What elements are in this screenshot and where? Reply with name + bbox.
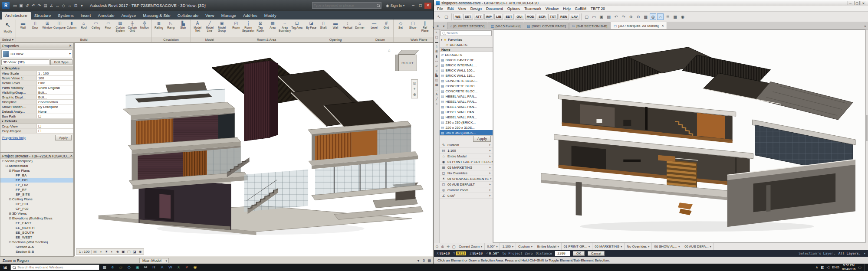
tree-item[interactable]: FP_F02 — [0, 183, 73, 187]
curtain-system-tool[interactable]: ▦ Curtain System — [114, 20, 126, 33]
viewcube[interactable]: ⌂ RIGHT — [394, 50, 420, 74]
toolbar-chip-button[interactable]: LIB — [494, 14, 503, 20]
column-tool-icon[interactable]: ▮ — [436, 54, 437, 59]
properties-header[interactable]: Properties ✕ — [0, 43, 73, 49]
favorite-item[interactable]: ▤ HEBEL WALL PAN... — [440, 109, 493, 114]
property-value[interactable]: By Discipline — [37, 104, 73, 109]
panel-label[interactable]: Opening — [304, 37, 367, 42]
photos-icon[interactable]: ▣ — [133, 264, 141, 271]
railing-tool[interactable]: ≣ Railing — [153, 20, 165, 29]
revit-icon[interactable]: R — [150, 264, 158, 271]
ribbon-tab[interactable]: Massing & Site — [139, 12, 174, 20]
viewcube-front-face[interactable]: RIGHT — [398, 55, 417, 71]
quick-option-row[interactable]: ◎ Current Zoom ▸ — [440, 187, 493, 193]
view-setting-dropdown[interactable]: 1:100▾ — [500, 243, 516, 250]
show-crop-icon[interactable]: ▢ — [126, 250, 132, 254]
tree-expand-icon[interactable]: ⊟ — [5, 164, 9, 168]
toolbar-chip-button[interactable]: WE — [454, 14, 462, 20]
toolbar-chip-button[interactable]: REN — [559, 14, 569, 20]
panel-label[interactable]: Model — [191, 37, 229, 42]
model-text-tool[interactable]: A Model Text — [191, 20, 204, 33]
tree-expand-icon[interactable]: ⊞ — [8, 212, 12, 215]
quick-option-row[interactable]: ◻ No Overrides ▸ — [440, 170, 493, 176]
level-tool[interactable]: ― Level — [368, 20, 380, 29]
ribbon-tab[interactable]: Manage — [218, 12, 240, 20]
dimension-tool-icon[interactable]: ↔ — [435, 88, 438, 92]
arrow-tool-icon[interactable]: ↖ — [436, 13, 442, 20]
favorite-item[interactable]: ▤ HEBEL WALL PAN... — [440, 104, 493, 109]
zoom-in-icon[interactable]: ⊕ — [628, 13, 634, 20]
temporary-hide-isolate-icon[interactable]: ◪ — [132, 250, 137, 254]
new-project-icon[interactable]: ▢ — [583, 13, 590, 20]
toolbar-chip-button[interactable]: MOD — [525, 14, 536, 20]
maximize-button[interactable]: ▢ — [417, 3, 424, 9]
help-search[interactable] — [312, 2, 381, 9]
explore-model-icon[interactable]: ⌂ — [657, 13, 664, 20]
redo-icon[interactable]: ↷ — [620, 13, 627, 20]
property-value[interactable]: Fine — [37, 81, 73, 85]
quick-option-row[interactable]: ⌂ Entire Model ▸ — [440, 153, 493, 159]
menu-item[interactable]: Help — [561, 7, 572, 11]
powerpoint-icon[interactable]: P — [183, 264, 191, 271]
reveal-hidden-elements-icon[interactable]: ◉ — [137, 250, 143, 254]
favorite-item[interactable]: ▤ 230 x 230 (BRICK... — [440, 120, 493, 125]
close-icon[interactable]: ✕ — [70, 154, 73, 158]
pan-icon[interactable]: ✛ — [445, 245, 451, 249]
quick-option-row[interactable]: ◻ 00 AUS DEFAULT ▸ — [440, 182, 493, 187]
roof-tool-icon[interactable]: ⌂ — [436, 69, 437, 73]
tree-item[interactable]: Section B-B — [0, 249, 73, 254]
save-icon[interactable]: ▣ — [18, 3, 24, 8]
document-tab[interactable]: ✂ [B-B SECTION B-B] ✕ — [569, 23, 610, 29]
pan-icon[interactable]: + — [414, 87, 416, 91]
store-icon[interactable]: ◇ — [125, 264, 133, 271]
tree-item[interactable]: ⊟ Ceiling Plans — [0, 197, 73, 202]
menu-item[interactable]: Design — [468, 7, 484, 11]
panel-label[interactable]: Build — [16, 37, 151, 42]
menu-item[interactable]: Window — [543, 7, 561, 11]
type-selector[interactable]: 3D View ▾ — [1, 49, 72, 58]
ok-button[interactable]: OK — [573, 251, 585, 256]
property-checkbox[interactable]: ☐ — [37, 129, 73, 133]
tree-expand-icon[interactable]: ⊟ — [1, 160, 5, 163]
property-value[interactable]: ☐ — [37, 114, 73, 118]
shadows-icon[interactable]: ◐ — [109, 250, 115, 254]
properties-help-link[interactable]: Properties help — [2, 136, 26, 140]
property-value[interactable]: 1 : 100 — [37, 71, 73, 75]
orbit-icon[interactable]: ◎ — [650, 13, 656, 20]
scale-button[interactable]: 1 : 100 — [77, 250, 92, 254]
edit-type-button[interactable]: Edit Type — [50, 59, 72, 65]
show-desktop-button[interactable] — [864, 264, 866, 271]
grid-snap-icon[interactable]: ▦ — [672, 13, 678, 20]
ribbon-tab[interactable]: Analyze — [118, 12, 139, 20]
tree-item[interactable]: EE_EAST — [0, 221, 73, 225]
favorites-header[interactable]: ▾ ★ Favorites — [440, 37, 493, 42]
panel-label[interactable]: Select ▾ — [0, 37, 16, 42]
archicad-3d-viewport[interactable] — [493, 29, 865, 243]
tab-dropdown-icon[interactable]: ▾ — [441, 24, 447, 29]
visual-style-icon[interactable]: ◑ — [98, 250, 103, 254]
menu-item[interactable]: Document — [484, 7, 505, 11]
panel-label[interactable]: Datum — [367, 37, 393, 42]
menu-item[interactable]: View — [456, 7, 468, 11]
tag-icon[interactable]: ◇ — [61, 3, 66, 8]
menu-item[interactable]: Edit — [445, 7, 456, 11]
property-value[interactable]: 100 — [37, 76, 73, 80]
apply-button[interactable]: Apply — [473, 136, 491, 142]
language-icon[interactable]: ENG — [832, 265, 839, 269]
model-group-tool[interactable]: ▣ Model Group — [216, 20, 228, 33]
view-setting-dropdown[interactable]: 00 AUS DEFA...▾ — [682, 243, 713, 250]
undo-icon[interactable]: ↶ — [613, 13, 619, 20]
open-icon[interactable]: ▭ — [591, 13, 597, 20]
tag-area-tool[interactable]: ⊡ Tag Area — [291, 20, 303, 29]
taskbar-search-input[interactable] — [17, 265, 97, 269]
fit-view-icon[interactable]: ▢ — [451, 245, 457, 249]
ribbon-tab[interactable]: Modify — [261, 12, 280, 20]
graphics-section-header[interactable]: ▾ Graphics — [0, 66, 73, 71]
mullion-tool[interactable]: ╬ Mullion — [138, 20, 151, 29]
quick-option-row[interactable]: ☀ 06 SHOW ALL ELEMENTS ▸ — [440, 176, 493, 182]
view-setting-dropdown[interactable]: 05 MARKETING▾ — [592, 243, 625, 250]
save-icon[interactable]: ▣ — [598, 13, 605, 20]
tree-item[interactable]: EE_NORTH — [0, 225, 73, 230]
tree-item[interactable]: FP_F01 — [0, 178, 73, 183]
marquee-tool-icon[interactable]: ▢ — [435, 35, 438, 39]
